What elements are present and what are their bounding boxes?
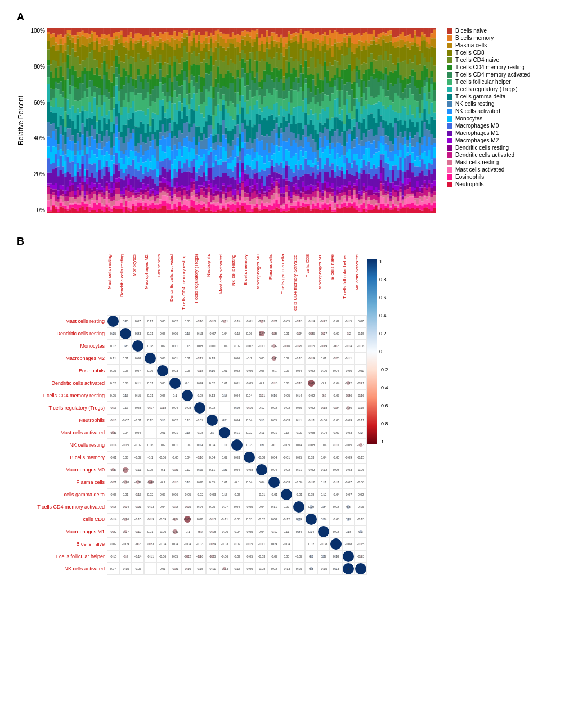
svg-rect-2875 [363, 183, 366, 186]
svg-rect-2212 [290, 158, 293, 169]
svg-rect-1827 [249, 32, 252, 37]
svg-rect-763 [130, 185, 133, 191]
svg-rect-436 [93, 194, 96, 200]
svg-rect-1991 [266, 143, 268, 155]
svg-rect-2535 [326, 71, 329, 83]
svg-rect-1568 [219, 88, 222, 99]
matrix-cell: -0.02 [107, 538, 119, 550]
col-label: B cells memory [243, 253, 255, 315]
matrix-cell: 0.02 [194, 513, 206, 525]
cell-value: -0.06 [357, 344, 365, 348]
col-label: Neutrophils [206, 253, 218, 315]
svg-rect-285 [77, 211, 79, 213]
svg-rect-1718 [236, 42, 239, 47]
svg-rect-2272 [297, 83, 300, 92]
svg-rect-1179 [176, 172, 179, 178]
svg-rect-1557 [217, 194, 220, 195]
svg-rect-1234 [183, 33, 186, 39]
bubble [256, 464, 267, 475]
svg-rect-2450 [317, 120, 320, 134]
matrix-cell: -0.07 [293, 426, 305, 439]
matrix-cell: 0.01 [119, 488, 132, 501]
svg-rect-1416 [203, 118, 205, 127]
svg-rect-1804 [246, 28, 249, 32]
svg-rect-2470 [319, 94, 322, 106]
svg-rect-746 [127, 208, 130, 211]
svg-rect-1218 [181, 111, 183, 119]
svg-rect-781 [132, 133, 135, 151]
svg-rect-1122 [171, 28, 174, 35]
svg-rect-2379 [310, 51, 312, 57]
svg-rect-3352 [416, 107, 419, 122]
svg-rect-802 [134, 146, 137, 151]
svg-rect-1570 [219, 111, 222, 125]
svg-rect-2333 [304, 31, 307, 38]
svg-rect-1280 [188, 70, 191, 83]
svg-rect-1936 [261, 28, 264, 34]
svg-rect-2123 [280, 133, 283, 146]
svg-rect-3173 [397, 63, 400, 78]
svg-rect-1566 [219, 60, 222, 74]
svg-rect-739 [127, 165, 130, 174]
cell-value: 0.02 [160, 443, 166, 447]
svg-rect-1899 [256, 90, 259, 101]
svg-rect-2607 [334, 147, 337, 159]
svg-rect-919 [147, 191, 150, 199]
svg-rect-2049 [273, 47, 276, 58]
svg-rect-1548 [217, 105, 220, 123]
svg-rect-79 [55, 154, 57, 167]
svg-rect-1730 [236, 163, 239, 178]
svg-rect-3000 [378, 102, 380, 109]
svg-rect-1040 [162, 84, 164, 92]
svg-rect-357 [86, 71, 89, 89]
matrix-cell: 0.02 [169, 315, 181, 327]
svg-rect-1561 [217, 210, 220, 213]
matrix-cell: 0.04 [293, 365, 305, 377]
cell-value: -0.06 [221, 530, 228, 533]
svg-rect-2720 [346, 170, 348, 187]
matrix-cell: 0.29 [305, 501, 317, 513]
matrix-cell [355, 352, 367, 365]
legend-item-label: T cells gamma delta [455, 93, 505, 100]
svg-rect-1081 [166, 44, 169, 63]
svg-rect-883 [145, 43, 147, 59]
svg-rect-1787 [244, 62, 246, 73]
svg-rect-1697 [234, 48, 237, 64]
svg-rect-1115 [169, 182, 172, 187]
svg-rect-1655 [229, 73, 232, 83]
svg-rect-2952 [373, 60, 375, 74]
svg-rect-3153 [394, 93, 397, 111]
svg-rect-2287 [297, 208, 300, 213]
svg-rect-561 [108, 141, 111, 154]
matrix-cell: -0.21 [132, 501, 144, 513]
matrix-cell: -0.07 [293, 550, 305, 563]
svg-rect-1474 [210, 28, 213, 33]
svg-rect-3504 [433, 90, 436, 101]
svg-rect-60 [52, 190, 55, 193]
svg-rect-12 [47, 146, 50, 158]
svg-rect-2146 [282, 161, 285, 168]
svg-rect-2644 [339, 65, 342, 77]
matrix-cell: 0.14 [194, 501, 206, 513]
svg-rect-317 [81, 111, 84, 123]
svg-rect-602 [113, 108, 115, 124]
svg-rect-651 [118, 163, 120, 170]
svg-rect-2693 [343, 131, 346, 146]
svg-rect-1458 [208, 75, 210, 92]
svg-rect-2395 [310, 205, 312, 209]
svg-rect-1137 [171, 191, 174, 196]
matrix-cell: 0.06 [243, 327, 255, 340]
svg-rect-1601 [222, 192, 225, 195]
svg-rect-363 [86, 137, 89, 147]
svg-rect-1379 [198, 186, 200, 192]
cell-value: -0.01 [295, 493, 303, 496]
svg-rect-1763 [241, 40, 244, 50]
svg-rect-3095 [387, 182, 390, 186]
svg-rect-1099 [166, 210, 169, 213]
svg-rect-1312 [190, 173, 193, 178]
svg-rect-3242 [404, 107, 407, 120]
svg-rect-350 [84, 204, 87, 210]
cell-value: -0.07 [333, 431, 340, 434]
svg-rect-78 [55, 147, 57, 154]
svg-rect-3105 [389, 42, 392, 55]
